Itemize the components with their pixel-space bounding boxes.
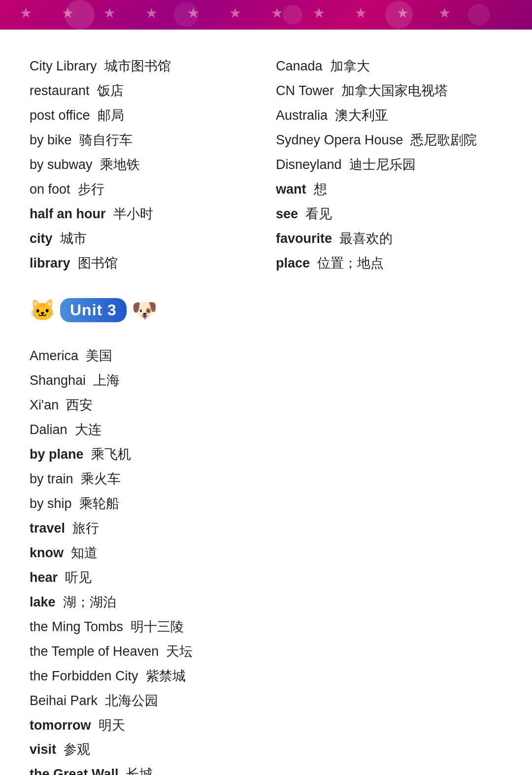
english-term-bold: hear — [30, 570, 58, 585]
vocab-item: lake 湖；湖泊 — [30, 590, 256, 615]
star-icon: ★ — [313, 5, 325, 21]
chinese-translation: 大连 — [75, 422, 101, 437]
unit3-section-header: 🐱 Unit 3 🐶 — [30, 280, 502, 340]
vocab-item: by ship 乘轮船 — [30, 492, 256, 516]
chinese-translation: 澳大利亚 — [335, 108, 388, 123]
vocab-item: want 想 — [276, 177, 502, 202]
english-term: post office — [30, 108, 90, 123]
chinese-translation: 城市图书馆 — [104, 59, 171, 73]
english-term: America — [30, 348, 78, 363]
star-icon: ★ — [20, 5, 32, 21]
english-term: on foot — [30, 182, 70, 197]
english-term: by train — [30, 472, 73, 486]
vocab-item: Sydney Opera House 悉尼歌剧院 — [276, 128, 502, 153]
english-term-bold: lake — [30, 595, 56, 609]
english-term: Canada — [276, 59, 323, 73]
english-term-bold: place — [276, 256, 310, 270]
mascot-left-icon: 🐱 — [30, 298, 55, 322]
vocab-item: on foot 步行 — [30, 177, 256, 202]
star-icon: ★ — [271, 5, 283, 21]
chinese-translation: 乘飞机 — [91, 447, 131, 462]
english-term-bold: favourite — [276, 231, 332, 246]
chinese-translation: 城市 — [60, 231, 87, 246]
main-content: City Library 城市图书馆 restaurant 饭店 post of… — [0, 30, 532, 775]
chinese-translation: 图书馆 — [78, 256, 118, 270]
vocab-item: the Ming Tombs 明十三陵 — [30, 615, 256, 640]
english-term: Dalian — [30, 422, 67, 437]
vocab-item: Dalian 大连 — [30, 418, 256, 442]
vocab-item: place 位置；地点 — [276, 251, 502, 276]
vocab-item: the Great Wall 长城 — [30, 762, 256, 775]
chinese-translation: 步行 — [78, 182, 104, 197]
chinese-translation: 想 — [314, 182, 327, 197]
english-term-bold: know — [30, 545, 64, 560]
chinese-translation: 加拿大 — [330, 59, 370, 73]
unit3-left-column: America 美国 Shanghai 上海 Xi'an 西安 Dalian 大… — [30, 344, 256, 775]
english-term: the Ming Tombs — [30, 619, 123, 634]
chinese-translation: 美国 — [86, 348, 112, 363]
chinese-translation: 西安 — [66, 398, 93, 412]
vocab-item: Xi'an 西安 — [30, 393, 256, 418]
english-term: Beihai Park — [30, 693, 98, 708]
chinese-translation: 北海公园 — [105, 693, 158, 708]
chinese-translation: 位置；地点 — [317, 256, 384, 270]
chinese-translation: 邮局 — [98, 108, 124, 123]
chinese-translation: 加拿大国家电视塔 — [341, 83, 448, 98]
vocab-item: City Library 城市图书馆 — [30, 54, 256, 79]
english-term-bold: half an hour — [30, 206, 106, 221]
chinese-translation: 湖；湖泊 — [63, 595, 116, 609]
chinese-translation: 上海 — [93, 373, 120, 388]
chinese-translation: 旅行 — [72, 521, 99, 536]
chinese-translation: 饭店 — [97, 83, 124, 98]
english-term: by subway — [30, 157, 93, 172]
english-term: by ship — [30, 496, 72, 511]
star-icon: ★ — [355, 5, 367, 21]
right-column: Canada 加拿大 CN Tower 加拿大国家电视塔 Australia 澳… — [276, 54, 502, 275]
english-term-bold: tomorrow — [30, 718, 91, 733]
chinese-translation: 骑自行车 — [79, 133, 133, 147]
unit3-label: Unit 3 — [70, 301, 117, 319]
english-term: Shanghai — [30, 373, 86, 388]
english-term-bold: by plane — [30, 447, 84, 462]
vocab-item: Canada 加拿大 — [276, 54, 502, 79]
english-term-bold: see — [276, 206, 298, 221]
chinese-translation: 明十三陵 — [131, 619, 184, 634]
chinese-translation: 紫禁城 — [146, 669, 186, 683]
vocab-item: Australia 澳大利亚 — [276, 103, 502, 128]
chinese-translation: 乘火车 — [81, 472, 121, 486]
chinese-translation: 迪士尼乐园 — [349, 157, 416, 172]
vocab-item: visit 参观 — [30, 738, 256, 762]
english-term: City Library — [30, 59, 97, 73]
vocab-item: restaurant 饭店 — [30, 79, 256, 103]
vocab-item: by plane 乘飞机 — [30, 442, 256, 467]
top-banner: ★ ★ ★ ★ ★ ★ ★ ★ ★ ★ ★ — [0, 0, 532, 30]
unit3-right-column — [276, 344, 502, 775]
vocab-item: the Forbidden City 紫禁城 — [30, 664, 256, 689]
english-term: CN Tower — [276, 83, 334, 98]
english-term: Xi'an — [30, 398, 59, 412]
vocab-item: city 城市 — [30, 227, 256, 251]
star-icon: ★ — [229, 5, 241, 21]
mascot-right-icon: 🐶 — [132, 298, 157, 322]
vocab-item: by bike 骑自行车 — [30, 128, 256, 153]
vocab-item: travel 旅行 — [30, 516, 256, 541]
unit-banner-wrapper: 🐱 Unit 3 🐶 — [30, 289, 502, 331]
chinese-translation: 参观 — [64, 742, 90, 757]
chinese-translation: 乘地铁 — [100, 157, 140, 172]
vocab-item: by subway 乘地铁 — [30, 153, 256, 177]
chinese-translation: 乘轮船 — [79, 496, 119, 511]
vocab-item: the Temple of Heaven 天坛 — [30, 640, 256, 664]
star-icon: ★ — [62, 5, 74, 21]
star-icon: ★ — [187, 5, 200, 21]
vocab-item: Shanghai 上海 — [30, 369, 256, 393]
vocab-item: America 美国 — [30, 344, 256, 369]
chinese-translation: 长城 — [126, 767, 153, 775]
vocab-item: favourite 最喜欢的 — [276, 227, 502, 251]
vocab-item: Beihai Park 北海公园 — [30, 689, 256, 713]
chinese-translation: 最喜欢的 — [339, 231, 393, 246]
vocab-item: library 图书馆 — [30, 251, 256, 276]
chinese-translation: 听见 — [65, 570, 92, 585]
english-term: the Temple of Heaven — [30, 644, 159, 659]
english-term: Australia — [276, 108, 328, 123]
vocab-item: post office 邮局 — [30, 103, 256, 128]
